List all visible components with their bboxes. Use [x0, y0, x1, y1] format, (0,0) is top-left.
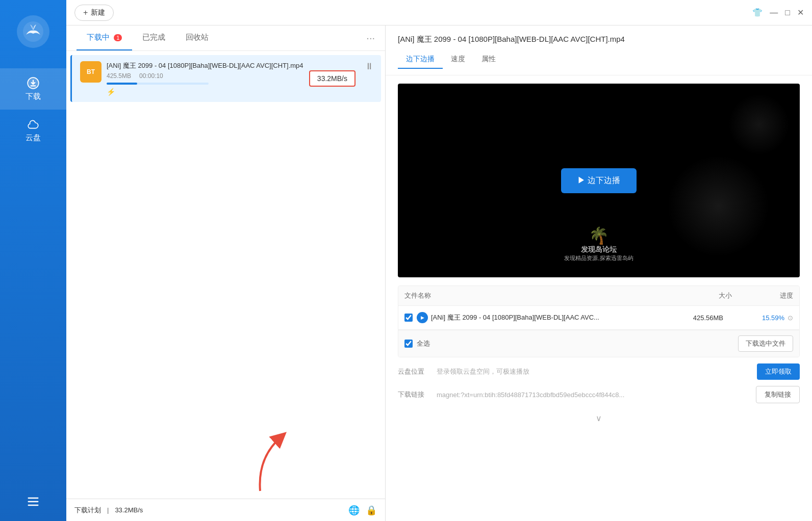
main-area: + 新建 👕 — □ ✕ 下载中 1 已完成 回收站 ··· [66, 0, 812, 521]
maximize-button[interactable]: □ [785, 8, 790, 17]
app-logo [17, 15, 49, 48]
table-file-name: [ANi] 魔王 2099 - 04 [1080P][Baha][WEB-DL]… [431, 313, 672, 322]
new-button[interactable]: + 新建 [74, 5, 114, 21]
right-tab-properties[interactable]: 属性 [473, 50, 504, 69]
select-all-label: 全选 [417, 339, 430, 348]
file-row-play-button[interactable]: ⊙ [788, 314, 793, 322]
cloud-position-row: 云盘位置 登录领取云盘空间，可极速播放 立即领取 [398, 363, 800, 380]
left-panel: 下载中 1 已完成 回收站 ··· BT [ANi] 魔王 2099 - 04 … [66, 25, 385, 521]
right-panel: [ANi] 魔王 2099 - 04 [1080P][Baha][WEB-DL]… [385, 25, 812, 521]
magnet-row: 下载链接 magnet:?xt=urn:btih:85fd48871713cdb… [398, 386, 800, 403]
watermark-subtitle: 发现精品资源,探索迅雷岛屿 [564, 254, 633, 262]
window-controls: 👕 — □ ✕ [752, 8, 804, 17]
right-panel-title: [ANi] 魔王 2099 - 04 [1080P][Baha][WEB-DL]… [398, 35, 800, 44]
file-table: 文件名称 大小 进度 ▶ [ANi] 魔王 2099 - 04 [1080P][… [398, 285, 800, 357]
new-button-label: 新建 [91, 8, 105, 17]
download-tabs: 下载中 1 已完成 回收站 ··· [66, 25, 385, 51]
sidebar-nav: 下载 云盘 [0, 68, 66, 151]
col-header-size: 大小 [681, 291, 732, 300]
right-tab-stream[interactable]: 边下边播 [398, 50, 443, 69]
magnet-label: 下载链接 [398, 390, 430, 399]
minimize-button[interactable]: — [770, 8, 778, 17]
sidebar-item-cloud[interactable]: 云盘 [0, 110, 66, 151]
info-section: 云盘位置 登录领取云盘空间，可极速播放 立即领取 下载链接 magnet:?xt… [398, 363, 800, 403]
progress-bar-fill [107, 83, 137, 85]
sidebar-item-download-label: 下载 [26, 92, 41, 101]
sidebar: 下载 云盘 [0, 0, 66, 521]
select-all-checkbox[interactable] [404, 340, 413, 348]
right-panel-header: [ANi] 魔王 2099 - 04 [1080P][Baha][WEB-DL]… [386, 25, 812, 75]
copy-link-button[interactable]: 复制链接 [756, 386, 800, 403]
file-type-badge: BT [80, 61, 102, 83]
file-checkbox[interactable] [404, 314, 413, 322]
thunder-icon: ⚡ [107, 88, 373, 96]
cloud-label: 云盘位置 [398, 367, 430, 376]
download-list: BT [ANi] 魔王 2099 - 04 [1080P][Baha][WEB-… [66, 51, 385, 499]
file-table-header: 文件名称 大小 进度 [398, 286, 799, 306]
col-header-progress: 进度 [732, 291, 793, 300]
tab-completed[interactable]: 已完成 [132, 25, 175, 50]
watermark-icon: 🌴 [564, 226, 633, 245]
pause-button[interactable]: ⏸ [365, 61, 374, 72]
tabs-more-button[interactable]: ··· [366, 32, 375, 44]
table-file-progress: 15.59% [723, 314, 784, 322]
video-preview: ▶ 边下边播 🌴 发现岛论坛 发现精品资源,探索迅雷岛屿 [398, 84, 800, 277]
plus-icon: + [83, 8, 88, 17]
stream-play-button[interactable]: ▶ 边下边播 [561, 168, 637, 193]
sidebar-item-download[interactable]: 下载 [0, 68, 66, 110]
watermark: 🌴 发现岛论坛 发现精品资源,探索迅雷岛屿 [564, 226, 633, 262]
file-size: 425.5MB [107, 72, 131, 80]
table-row: ▶ [ANi] 魔王 2099 - 04 [1080P][Baha][WEB-D… [398, 306, 799, 330]
right-tab-speed[interactable]: 速度 [443, 50, 473, 69]
titlebar: + 新建 👕 — □ ✕ [66, 0, 812, 25]
magnet-value: magnet:?xt=urn:btih:85fd48871713cdbfbd59… [437, 391, 750, 399]
table-file-size: 425.56MB [672, 314, 723, 322]
download-item[interactable]: BT [ANi] 魔王 2099 - 04 [1080P][Baha][WEB-… [70, 55, 381, 102]
tab-recycle[interactable]: 回收站 [175, 25, 219, 50]
lock-icon: 🔒 [366, 505, 377, 516]
chevron-down-icon[interactable]: ∨ [386, 409, 812, 427]
download-selected-button[interactable]: 下载选中文件 [738, 335, 793, 352]
shirt-icon[interactable]: 👕 [752, 8, 763, 17]
status-bar: 下载计划 | 33.2MB/s 🌐 🔒 [66, 499, 385, 521]
content-area: 下载中 1 已完成 回收站 ··· BT [ANi] 魔王 2099 - 04 … [66, 25, 812, 521]
file-play-icon[interactable]: ▶ [417, 312, 428, 323]
get-cloud-button[interactable]: 立即领取 [757, 363, 800, 380]
progress-bar-container [107, 83, 209, 85]
close-button[interactable]: ✕ [797, 8, 804, 17]
col-header-name: 文件名称 [404, 291, 681, 300]
elapsed-time: 00:00:10 [139, 72, 163, 80]
status-icons: 🌐 🔒 [348, 505, 377, 516]
play-overlay: ▶ 边下边播 [561, 168, 637, 193]
sidebar-menu-button[interactable] [26, 494, 40, 511]
right-panel-tabs: 边下边播 速度 属性 [398, 50, 800, 69]
watermark-title: 发现岛论坛 [564, 245, 633, 254]
downloading-badge: 1 [114, 34, 122, 41]
ie-icon: 🌐 [348, 505, 360, 516]
download-speed-badge: 33.2MB/s [309, 70, 356, 87]
select-all-row: 全选 下载选中文件 [398, 330, 799, 357]
sidebar-item-cloud-label: 云盘 [26, 133, 41, 143]
status-speed: 33.2MB/s [115, 506, 143, 514]
cloud-value: 登录领取云盘空间，可极速播放 [437, 367, 751, 376]
status-plan-label: 下载计划 [74, 506, 101, 515]
tab-downloading[interactable]: 下载中 1 [77, 25, 132, 50]
file-name: [ANi] 魔王 2099 - 04 [1080P][Baha][WEB-DL]… [107, 61, 373, 70]
